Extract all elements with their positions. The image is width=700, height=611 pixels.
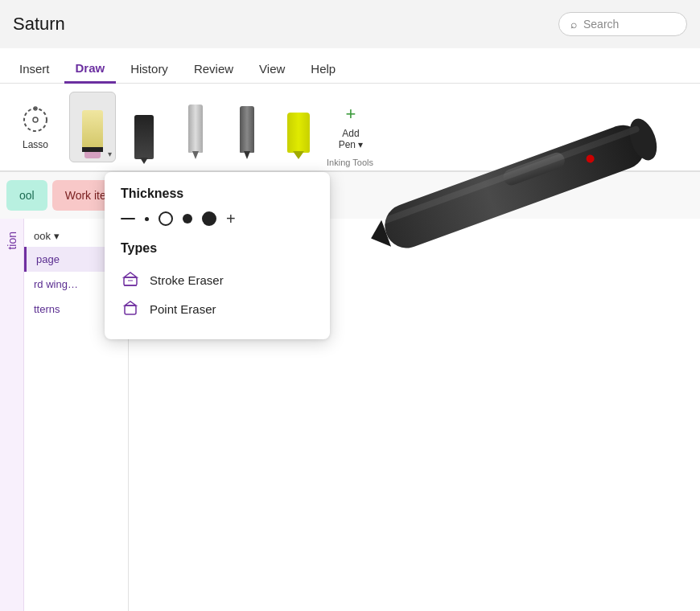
thickness-3-selected[interactable] [159,211,173,226]
add-pen-button[interactable]: + AddPen ▾ [327,95,375,159]
svg-point-0 [24,109,47,131]
highlighter-slot[interactable] [275,92,322,162]
svg-point-5 [624,115,662,164]
menu-review[interactable]: Review [183,55,245,84]
search-icon: ⌕ [570,18,577,31]
pen-slot-arrow: ▾ [108,150,112,158]
add-pen-plus-icon: + [346,104,356,125]
black-pen-graphic [134,115,154,159]
menu-view[interactable]: View [248,55,296,84]
stroke-eraser-label: Stroke Eraser [150,273,224,287]
search-placeholder: Search [583,18,619,31]
svg-rect-13 [125,306,136,314]
title-bar: Saturn ⌕ Search [0,0,700,48]
menu-insert[interactable]: Insert [8,55,61,84]
toolbar-area: Lasso ▾ + AddPen ▾ Inking Tools [0,84,700,172]
notebook-chevron: ▾ [54,230,60,242]
menu-help[interactable]: Help [299,55,347,84]
inking-tools-label: Inking Tools [327,158,373,167]
svg-point-7 [585,154,595,164]
eraser-pen-slot[interactable]: ▾ [69,92,116,162]
dark-pen-slot[interactable] [224,92,270,162]
vertical-nav-text: tion [0,225,25,256]
point-eraser-icon [121,299,140,318]
gray-pen-slot[interactable] [172,92,219,162]
lasso-label: Lasso [23,139,48,150]
thickness-1[interactable] [121,218,135,219]
search-box[interactable]: ⌕ Search [558,12,687,36]
menu-history[interactable]: History [119,55,179,84]
black-pen-slot[interactable] [121,92,167,162]
thickness-2[interactable] [145,217,149,221]
svg-marker-14 [125,301,136,306]
types-title: Types [121,241,314,256]
point-eraser-item[interactable]: Point Eraser [121,294,314,323]
left-vertical-nav: tion [0,219,24,611]
highlighter-graphic [287,113,310,153]
menu-bar: Insert Draw History Review View Help [0,48,700,84]
lasso-icon [19,104,51,136]
svg-point-1 [33,117,38,122]
svg-rect-9 [124,277,137,285]
stroke-eraser-icon [121,270,140,289]
gray-pen-graphic [188,105,203,153]
section-tab-cool[interactable]: ool [6,180,47,211]
eraser-tool-graphic [80,110,105,158]
app-title: Saturn [13,14,65,35]
notebook-label: ook [34,230,51,242]
thickness-plus[interactable]: + [226,211,236,227]
menu-draw[interactable]: Draw [64,55,117,84]
add-pen-label: AddPen ▾ [339,128,364,151]
lasso-tool[interactable]: Lasso [6,95,64,159]
thickness-row: + [121,211,314,227]
thickness-4[interactable] [183,214,192,223]
thickness-5[interactable] [202,211,216,226]
point-eraser-label: Point Eraser [150,302,216,316]
dark-pen-graphic [240,106,254,153]
stroke-eraser-item[interactable]: Stroke Eraser [121,265,314,294]
svg-marker-10 [124,273,137,277]
thickness-popup: Thickness + Types Stroke Eraser Point Er… [105,172,330,339]
thickness-title: Thickness [121,187,314,201]
